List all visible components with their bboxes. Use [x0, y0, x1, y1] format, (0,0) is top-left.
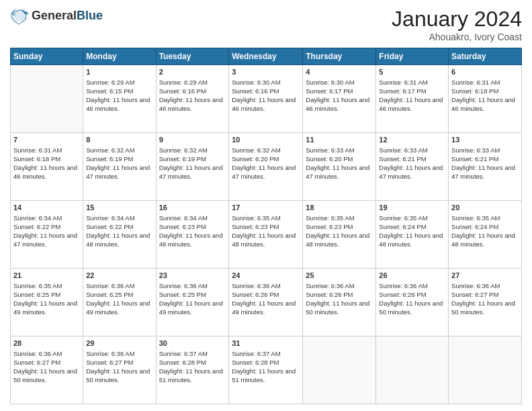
day-number: 1: [86, 67, 152, 77]
day-info: Sunrise: 6:31 AMSunset: 6:18 PMDaylight:…: [13, 146, 80, 181]
calendar-day: 23Sunrise: 6:36 AMSunset: 6:25 PMDayligh…: [156, 269, 229, 336]
calendar-day: 20Sunrise: 6:35 AMSunset: 6:24 PMDayligh…: [449, 201, 522, 269]
logo: G GeneralBlue: [10, 7, 103, 26]
day-number: 30: [159, 338, 226, 349]
calendar-day: [303, 336, 376, 404]
day-number: 27: [451, 271, 519, 281]
day-info: Sunrise: 6:34 AMSunset: 6:22 PMDaylight:…: [86, 214, 152, 248]
weekday-sunday: Sunday: [11, 48, 83, 65]
calendar-day: 11Sunrise: 6:33 AMSunset: 6:20 PMDayligh…: [303, 133, 376, 201]
calendar-day: 15Sunrise: 6:34 AMSunset: 6:22 PMDayligh…: [83, 201, 156, 269]
calendar-day: 10Sunrise: 6:32 AMSunset: 6:20 PMDayligh…: [229, 133, 303, 201]
weekday-tuesday: Tuesday: [156, 48, 229, 65]
day-number: 21: [13, 271, 80, 281]
day-number: 24: [232, 271, 300, 281]
month-title: January 2024: [392, 7, 522, 32]
logo-general-text: General: [32, 9, 77, 22]
day-number: 10: [232, 135, 300, 145]
day-info: Sunrise: 6:35 AMSunset: 6:23 PMDaylight:…: [232, 214, 300, 248]
calendar-day: 25Sunrise: 6:36 AMSunset: 6:26 PMDayligh…: [303, 269, 376, 336]
day-info: Sunrise: 6:31 AMSunset: 6:17 PMDaylight:…: [379, 79, 445, 113]
day-number: 15: [86, 203, 152, 213]
calendar-day: 1Sunrise: 6:29 AMSunset: 6:15 PMDaylight…: [83, 65, 156, 133]
day-number: 31: [232, 338, 300, 349]
day-info: Sunrise: 6:31 AMSunset: 6:18 PMDaylight:…: [451, 79, 519, 113]
day-number: 23: [159, 271, 226, 281]
day-info: Sunrise: 6:33 AMSunset: 6:21 PMDaylight:…: [379, 146, 445, 181]
day-number: 2: [159, 67, 226, 77]
calendar-day: 13Sunrise: 6:33 AMSunset: 6:21 PMDayligh…: [449, 133, 522, 201]
day-number: 9: [159, 135, 226, 145]
day-number: 28: [13, 338, 80, 349]
calendar-day: 2Sunrise: 6:29 AMSunset: 6:16 PMDaylight…: [156, 65, 229, 133]
calendar-day: 6Sunrise: 6:31 AMSunset: 6:18 PMDaylight…: [449, 65, 522, 133]
day-number: 11: [306, 135, 373, 145]
day-number: 19: [379, 203, 445, 213]
calendar-day: 21Sunrise: 6:35 AMSunset: 6:25 PMDayligh…: [11, 269, 83, 336]
calendar-day: 18Sunrise: 6:35 AMSunset: 6:23 PMDayligh…: [303, 201, 376, 269]
calendar-day: 26Sunrise: 6:36 AMSunset: 6:26 PMDayligh…: [376, 269, 449, 336]
day-info: Sunrise: 6:32 AMSunset: 6:19 PMDaylight:…: [159, 146, 226, 181]
calendar-week-3: 14Sunrise: 6:34 AMSunset: 6:22 PMDayligh…: [11, 201, 522, 269]
day-info: Sunrise: 6:35 AMSunset: 6:25 PMDaylight:…: [13, 282, 80, 316]
day-number: 8: [86, 135, 152, 145]
day-number: 29: [86, 338, 152, 349]
weekday-saturday: Saturday: [449, 48, 522, 65]
day-info: Sunrise: 6:36 AMSunset: 6:25 PMDaylight:…: [159, 282, 226, 316]
day-number: 20: [451, 203, 519, 213]
calendar-table: Sunday Monday Tuesday Wednesday Thursday…: [10, 48, 522, 404]
calendar-day: 12Sunrise: 6:33 AMSunset: 6:21 PMDayligh…: [376, 133, 449, 201]
day-number: 12: [379, 135, 445, 145]
day-info: Sunrise: 6:33 AMSunset: 6:20 PMDaylight:…: [306, 146, 373, 181]
logo-icon: G: [10, 7, 29, 26]
day-number: 5: [379, 67, 445, 77]
day-info: Sunrise: 6:34 AMSunset: 6:22 PMDaylight:…: [13, 214, 80, 248]
day-number: 17: [232, 203, 300, 213]
day-info: Sunrise: 6:36 AMSunset: 6:26 PMDaylight:…: [232, 282, 300, 316]
day-info: Sunrise: 6:36 AMSunset: 6:26 PMDaylight:…: [306, 282, 373, 316]
calendar-header-row: Sunday Monday Tuesday Wednesday Thursday…: [11, 48, 522, 65]
day-info: Sunrise: 6:33 AMSunset: 6:21 PMDaylight:…: [451, 146, 519, 181]
calendar-day: 9Sunrise: 6:32 AMSunset: 6:19 PMDaylight…: [156, 133, 229, 201]
day-number: 18: [306, 203, 373, 213]
day-info: Sunrise: 6:37 AMSunset: 6:28 PMDaylight:…: [159, 350, 226, 384]
calendar-day: 7Sunrise: 6:31 AMSunset: 6:18 PMDaylight…: [11, 133, 83, 201]
day-info: Sunrise: 6:30 AMSunset: 6:17 PMDaylight:…: [306, 79, 373, 113]
day-info: Sunrise: 6:35 AMSunset: 6:24 PMDaylight:…: [451, 214, 519, 248]
calendar-day: 31Sunrise: 6:37 AMSunset: 6:28 PMDayligh…: [229, 336, 303, 404]
location-subtitle: Ahouakro, Ivory Coast: [392, 32, 522, 42]
day-number: 16: [159, 203, 226, 213]
calendar-week-2: 7Sunrise: 6:31 AMSunset: 6:18 PMDaylight…: [11, 133, 522, 201]
day-info: Sunrise: 6:34 AMSunset: 6:23 PMDaylight:…: [159, 214, 226, 248]
day-number: 14: [13, 203, 80, 213]
day-number: 25: [306, 271, 373, 281]
calendar-day: [449, 336, 522, 404]
weekday-wednesday: Wednesday: [229, 48, 303, 65]
calendar-day: 30Sunrise: 6:37 AMSunset: 6:28 PMDayligh…: [156, 336, 229, 404]
calendar-day: [11, 65, 83, 133]
calendar-week-1: 1Sunrise: 6:29 AMSunset: 6:15 PMDaylight…: [11, 65, 522, 133]
day-number: 3: [232, 67, 300, 77]
day-info: Sunrise: 6:36 AMSunset: 6:27 PMDaylight:…: [13, 350, 80, 384]
calendar-day: 16Sunrise: 6:34 AMSunset: 6:23 PMDayligh…: [156, 201, 229, 269]
calendar-day: 5Sunrise: 6:31 AMSunset: 6:17 PMDaylight…: [376, 65, 449, 133]
weekday-monday: Monday: [83, 48, 156, 65]
calendar-day: 24Sunrise: 6:36 AMSunset: 6:26 PMDayligh…: [229, 269, 303, 336]
calendar-day: 14Sunrise: 6:34 AMSunset: 6:22 PMDayligh…: [11, 201, 83, 269]
title-block: January 2024 Ahouakro, Ivory Coast: [392, 7, 522, 42]
calendar-day: 22Sunrise: 6:36 AMSunset: 6:25 PMDayligh…: [83, 269, 156, 336]
day-number: 6: [451, 67, 519, 77]
day-info: Sunrise: 6:30 AMSunset: 6:16 PMDaylight:…: [232, 79, 300, 113]
calendar-day: 29Sunrise: 6:36 AMSunset: 6:27 PMDayligh…: [83, 336, 156, 404]
day-number: 22: [86, 271, 152, 281]
calendar-week-4: 21Sunrise: 6:35 AMSunset: 6:25 PMDayligh…: [11, 269, 522, 336]
day-number: 4: [306, 67, 373, 77]
day-info: Sunrise: 6:32 AMSunset: 6:20 PMDaylight:…: [232, 146, 300, 181]
calendar-day: 17Sunrise: 6:35 AMSunset: 6:23 PMDayligh…: [229, 201, 303, 269]
day-number: 7: [13, 135, 80, 145]
calendar-day: 4Sunrise: 6:30 AMSunset: 6:17 PMDaylight…: [303, 65, 376, 133]
svg-text:G: G: [12, 11, 15, 16]
calendar-day: [376, 336, 449, 404]
day-info: Sunrise: 6:35 AMSunset: 6:23 PMDaylight:…: [306, 214, 373, 248]
calendar-day: 8Sunrise: 6:32 AMSunset: 6:19 PMDaylight…: [83, 133, 156, 201]
